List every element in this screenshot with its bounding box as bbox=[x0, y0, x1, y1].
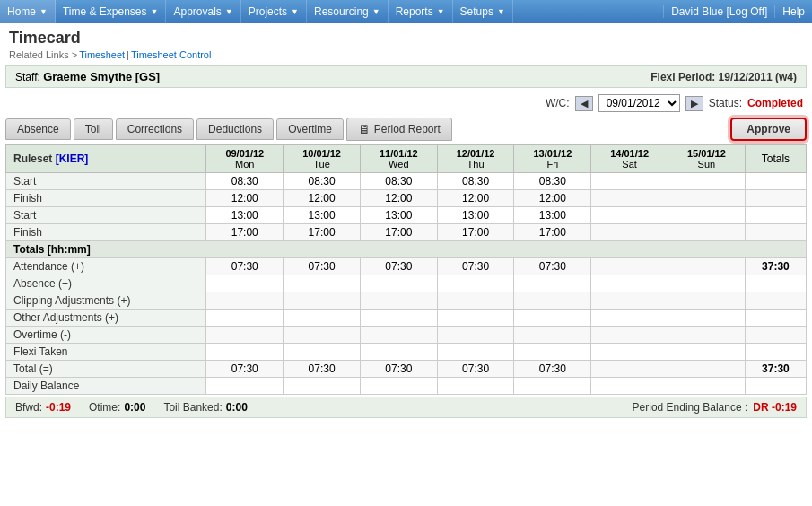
total-cell-2 bbox=[745, 207, 806, 224]
col-day-6: Sun bbox=[674, 159, 739, 170]
cell-3-3: 17:00 bbox=[437, 224, 514, 241]
nav-time-expenses-arrow: ▼ bbox=[151, 7, 159, 16]
cell-7-6 bbox=[668, 292, 746, 310]
flexi-value: 19/12/2011 (w4) bbox=[719, 71, 797, 83]
total-cell-8 bbox=[745, 310, 806, 327]
otime-label: Otime: bbox=[89, 401, 120, 414]
nav-home[interactable]: Home ▼ bbox=[0, 0, 56, 23]
nav-setups[interactable]: Setups ▼ bbox=[453, 0, 513, 23]
tab-corrections[interactable]: Corrections bbox=[116, 118, 194, 140]
nav-user-area: David Blue [Log Off] Help bbox=[663, 0, 812, 23]
nav-reports[interactable]: Reports ▼ bbox=[389, 0, 453, 23]
timesheet-control-link[interactable]: Timesheet Control bbox=[131, 49, 211, 60]
col-date-1: 10/01/12 bbox=[289, 148, 354, 159]
nav-projects[interactable]: Projects ▼ bbox=[241, 0, 307, 23]
row-label-cell: Start bbox=[6, 173, 206, 190]
cell-8-0 bbox=[206, 310, 284, 327]
period-ending-label: Period Ending Balance : bbox=[633, 401, 748, 414]
cell-11-5 bbox=[591, 361, 668, 378]
tab-period-report[interactable]: 🖥 Period Report bbox=[346, 118, 452, 141]
cell-2-4: 13:00 bbox=[514, 207, 591, 224]
staff-name: Graeme Smythe [GS] bbox=[43, 70, 160, 83]
row-label-cell: Finish bbox=[6, 224, 206, 241]
table-row: Totals [hh:mm] bbox=[6, 241, 807, 258]
cell-12-1 bbox=[284, 378, 361, 395]
nav-projects-label: Projects bbox=[249, 5, 287, 18]
col-day-5: Sat bbox=[597, 159, 662, 170]
total-cell-10 bbox=[745, 344, 806, 361]
page-header: Timecard Related Links > Timesheet | Tim… bbox=[0, 23, 812, 62]
row-label-cell: Daily Balance bbox=[6, 378, 206, 395]
cell-3-2: 17:00 bbox=[360, 224, 437, 241]
col-date-0: 09/01/12 bbox=[212, 148, 277, 159]
col-totals-header: Totals bbox=[745, 145, 806, 173]
otime-value: 0:00 bbox=[124, 401, 145, 414]
total-cell-9 bbox=[745, 327, 806, 344]
flexi-label: Flexi Period: bbox=[650, 71, 715, 83]
nav-setups-arrow: ▼ bbox=[497, 7, 505, 16]
cell-11-2: 07:30 bbox=[360, 361, 437, 378]
total-cell-5: 37:30 bbox=[745, 258, 806, 275]
period-report-label: Period Report bbox=[374, 123, 441, 135]
nav-user-label: David Blue [Log Off] bbox=[671, 5, 767, 18]
col-header-2: 11/01/12 Wed bbox=[360, 145, 437, 173]
bfwd-label: Bfwd: bbox=[15, 401, 42, 414]
nav-help[interactable]: Help bbox=[774, 5, 812, 18]
col-day-0: Mon bbox=[212, 159, 277, 170]
row-label-cell: Start bbox=[6, 207, 206, 224]
col-header-5: 14/01/12 Sat bbox=[591, 145, 668, 173]
tab-absence[interactable]: Absence bbox=[5, 118, 71, 140]
cell-6-2 bbox=[360, 275, 437, 292]
row-label-cell: Finish bbox=[6, 190, 206, 207]
cell-3-0: 17:00 bbox=[206, 224, 284, 241]
col-day-2: Wed bbox=[366, 159, 432, 170]
nav-resourcing[interactable]: Resourcing ▼ bbox=[307, 0, 389, 23]
col-date-2: 11/01/12 bbox=[366, 148, 432, 159]
approve-button[interactable]: Approve bbox=[730, 118, 807, 141]
wc-date-select[interactable]: 09/01/2012 bbox=[598, 94, 680, 112]
table-row: Flexi Taken bbox=[6, 344, 807, 361]
cell-7-0 bbox=[206, 292, 284, 310]
table-row: Overtime (-) bbox=[6, 327, 807, 344]
cell-7-3 bbox=[437, 292, 514, 310]
timesheet-link[interactable]: Timesheet bbox=[79, 49, 125, 60]
row-label-cell: Attendance (+) bbox=[6, 258, 206, 275]
cell-7-4 bbox=[514, 292, 591, 310]
tab-toil[interactable]: Toil bbox=[74, 118, 113, 140]
link-separator: | bbox=[127, 49, 129, 60]
cell-5-6 bbox=[668, 258, 746, 275]
col-day-1: Tue bbox=[289, 159, 354, 170]
row-label-cell: Absence (+) bbox=[6, 275, 206, 292]
nav-user[interactable]: David Blue [Log Off] bbox=[663, 5, 774, 18]
status-value: Completed bbox=[747, 97, 803, 109]
footer-bfwd: Bfwd: -0:19 bbox=[15, 401, 71, 414]
cell-9-3 bbox=[437, 327, 514, 344]
nav-approvals-label: Approvals bbox=[173, 5, 221, 18]
cell-6-6 bbox=[668, 275, 746, 292]
cell-6-3 bbox=[437, 275, 514, 292]
ruleset-label: Ruleset bbox=[13, 153, 52, 165]
wc-next-button[interactable]: ▶ bbox=[685, 96, 703, 111]
table-row: Daily Balance bbox=[6, 378, 807, 395]
wc-prev-button[interactable]: ◀ bbox=[575, 96, 593, 111]
cell-3-4: 17:00 bbox=[514, 224, 591, 241]
cell-10-4 bbox=[514, 344, 591, 361]
cell-0-6 bbox=[668, 173, 746, 190]
staff-label: Staff: bbox=[15, 71, 40, 83]
total-cell-0 bbox=[745, 173, 806, 190]
tab-overtime[interactable]: Overtime bbox=[276, 118, 344, 140]
cell-11-4: 07:30 bbox=[514, 361, 591, 378]
nav-approvals[interactable]: Approvals ▼ bbox=[166, 0, 240, 23]
col-date-4: 13/01/12 bbox=[520, 148, 585, 159]
nav-setups-label: Setups bbox=[460, 5, 493, 18]
cell-9-6 bbox=[668, 327, 746, 344]
tab-deductions[interactable]: Deductions bbox=[196, 118, 274, 140]
cell-7-5 bbox=[591, 292, 668, 310]
nav-time-expenses[interactable]: Time & Expenses ▼ bbox=[56, 0, 167, 23]
cell-11-3: 07:30 bbox=[437, 361, 514, 378]
cell-3-1: 17:00 bbox=[284, 224, 361, 241]
ruleset-value: [KIER] bbox=[56, 153, 89, 165]
cell-1-1: 12:00 bbox=[284, 190, 361, 207]
cell-10-6 bbox=[668, 344, 746, 361]
tabs-bar: Absence Toil Corrections Deductions Over… bbox=[0, 115, 812, 144]
